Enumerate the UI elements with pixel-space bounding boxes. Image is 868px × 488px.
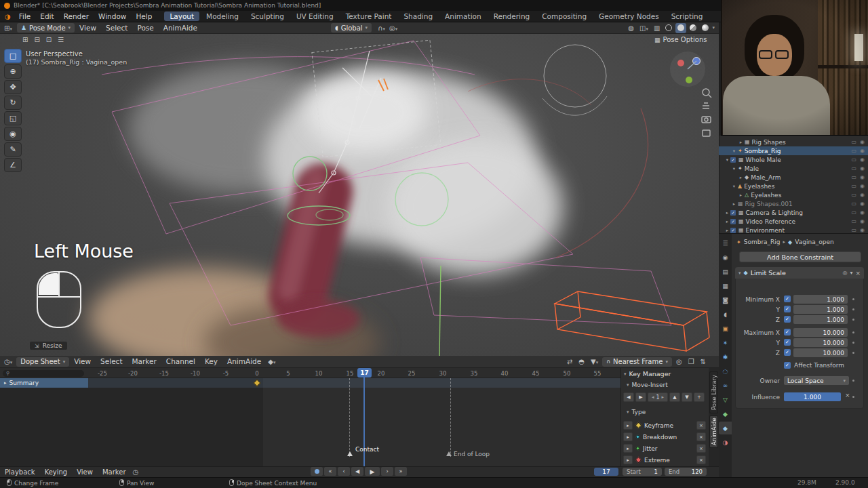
maximum-z-checkbox[interactable]: ✓ xyxy=(784,349,791,356)
collapse-icon[interactable]: ▾ xyxy=(738,270,741,276)
workspace-tab-scripting[interactable]: Scripting xyxy=(666,12,709,21)
select-extreme-button[interactable]: ▸ xyxy=(623,455,633,464)
cursor-tool[interactable]: ⊕ xyxy=(4,64,22,79)
disclosure-icon[interactable]: ▸ xyxy=(738,140,744,145)
tab-bone[interactable]: ◆ xyxy=(719,407,732,420)
proportional-edit-icon[interactable]: ◎▾ xyxy=(387,24,399,32)
disclosure-icon[interactable]: ▾ xyxy=(731,184,737,189)
end-frame-field[interactable]: End 120 xyxy=(665,468,707,476)
workspace-tab-animation[interactable]: Animation xyxy=(439,12,487,21)
marker-contact-label[interactable]: Contact xyxy=(355,446,379,453)
menu-file[interactable]: File xyxy=(14,11,36,22)
hide-viewport-icon[interactable]: ▭ xyxy=(851,209,856,216)
outliner-item-rig-shapes[interactable]: ▸ ▦ Rig Shapes ▭◉ xyxy=(719,138,868,146)
animate-dot[interactable] xyxy=(852,331,854,333)
workspace-tab-modeling[interactable]: Modeling xyxy=(201,12,244,21)
tool-option-icon-2[interactable]: ⊟ xyxy=(32,36,41,43)
add-bone-constraint-button[interactable]: Add Bone Constraint xyxy=(739,251,861,262)
menu-view[interactable]: View xyxy=(75,22,101,34)
tool-option-icon-1[interactable]: ⊞ xyxy=(20,36,30,43)
menu-playback[interactable]: Playback xyxy=(0,466,40,478)
influence-clear-icon[interactable]: × xyxy=(845,392,850,399)
disclosure-icon[interactable]: ▸ xyxy=(731,201,737,207)
hide-render-icon[interactable]: ◉ xyxy=(860,209,865,216)
pose-options-popover[interactable]: ▦ Pose Options xyxy=(654,36,707,43)
shading-solid-button[interactable] xyxy=(675,23,686,33)
xray-toggle-icon[interactable]: ▥ xyxy=(652,24,662,32)
animate-dot[interactable] xyxy=(852,308,854,310)
animate-dot[interactable] xyxy=(852,396,854,398)
move-tool[interactable]: ✥ xyxy=(4,80,22,94)
disclosure-icon[interactable]: ▸ xyxy=(738,192,744,198)
insert-key-button[interactable]: + xyxy=(694,392,705,402)
outliner-item-eyelashes-data[interactable]: ▸ △ Eyelashes ▭◉ xyxy=(719,190,868,199)
outliner-item-sombra-rig[interactable]: ▾ ✦ Sombra_Rig ▭◉ xyxy=(719,146,868,155)
menu-animaide[interactable]: AnimAide xyxy=(159,22,202,34)
maximum-z-field[interactable]: 10.000 xyxy=(793,348,848,357)
sidebar-tab-pose-library[interactable]: Pose Library xyxy=(709,371,718,413)
start-frame-field[interactable]: Start 1 xyxy=(623,468,662,476)
current-frame-field[interactable]: 17 xyxy=(594,468,618,476)
constraint-close-icon[interactable]: × xyxy=(855,270,861,277)
play-reverse-button[interactable]: ◀ xyxy=(351,467,363,476)
outliner-item-camera-lighting[interactable]: ▸ ✓ ▦ Camera & Lighting ▭◉ xyxy=(719,208,868,217)
workspace-tab-compositing[interactable]: Compositing xyxy=(536,12,592,21)
minimum-x-checkbox[interactable]: ✓ xyxy=(784,296,791,302)
delete-extreme-button[interactable]: × xyxy=(696,455,706,464)
menu-marker[interactable]: Marker xyxy=(98,466,131,478)
hide-viewport-icon[interactable]: ▭ xyxy=(851,157,856,163)
tab-modifiers[interactable]: ✶ xyxy=(719,336,732,349)
shading-dropdown-icon[interactable]: ▾ xyxy=(712,25,715,30)
tool-settings-icons[interactable]: ⊞ ⊟ ⊡ ☰ xyxy=(20,36,66,43)
shading-material-button[interactable] xyxy=(688,23,698,33)
tab-render[interactable]: ◉ xyxy=(719,251,732,264)
outliner-item-whole-male[interactable]: ▾ ✓ ▦ Whole Male ▭◉ xyxy=(719,155,868,164)
hide-viewport-icon[interactable]: ▭ xyxy=(851,227,856,233)
animate-dot[interactable] xyxy=(852,319,854,321)
tab-world[interactable]: ◖ xyxy=(719,308,732,321)
stopwatch-icon[interactable]: ◷ xyxy=(131,468,141,476)
menu-keying[interactable]: Keying xyxy=(40,466,73,478)
playhead-line[interactable] xyxy=(363,377,365,466)
timeline-ruler[interactable] xyxy=(0,368,620,378)
hide-render-icon[interactable]: ◉ xyxy=(860,227,865,233)
marker-end-of-loop-label[interactable]: End of Loop xyxy=(454,451,490,458)
shading-wireframe-button[interactable] xyxy=(663,23,674,33)
editor-type-icon[interactable]: ◷▾ xyxy=(0,358,14,365)
workspace-tab-layout[interactable]: Layout xyxy=(164,12,199,21)
tool-option-icon-4[interactable]: ☰ xyxy=(56,36,66,43)
copy-icon[interactable]: ❐ xyxy=(686,358,696,365)
move-down-button[interactable]: ▼ xyxy=(682,392,692,402)
move-up-button[interactable]: ▲ xyxy=(669,392,680,402)
paste-icon[interactable]: ⇅ xyxy=(698,358,708,365)
hide-render-icon[interactable]: ◉ xyxy=(860,192,865,198)
menu-pose[interactable]: Pose xyxy=(132,22,158,34)
hide-render-icon[interactable]: ◉ xyxy=(860,183,865,189)
tab-scene[interactable]: ◙ xyxy=(719,293,732,306)
channel-search-box[interactable]: ⚲ xyxy=(3,370,84,377)
tab-view-layer[interactable]: ▦ xyxy=(719,279,732,292)
select-box-tool[interactable]: □ xyxy=(4,49,22,63)
transform-tool[interactable]: ◉ xyxy=(4,127,22,141)
workspace-tab-geometry-nodes[interactable]: Geometry Nodes xyxy=(593,12,665,21)
owner-dropdown[interactable]: Local Space ▾ xyxy=(784,376,849,385)
move-left-button[interactable]: ◀ xyxy=(623,392,634,402)
workspace-tab-shading[interactable]: Shading xyxy=(398,12,438,21)
disclosure-icon[interactable]: ▾ xyxy=(731,148,737,154)
hide-render-icon[interactable]: ◉ xyxy=(860,218,865,224)
key-manager-header[interactable]: ▾ Key Manager xyxy=(624,370,671,378)
menu-edit[interactable]: Edit xyxy=(35,11,58,22)
delete-keyframes-button[interactable]: × xyxy=(696,421,706,430)
minimum-z-checkbox[interactable]: ✓ xyxy=(784,316,791,323)
jump-to-start-button[interactable]: « xyxy=(324,467,336,476)
menu-marker[interactable]: Marker xyxy=(127,356,161,367)
snap-mode-dropdown[interactable]: ∩ Nearest Frame▾ xyxy=(602,357,672,367)
scale-tool[interactable]: ◱ xyxy=(4,111,22,125)
delete-breakdown-button[interactable]: × xyxy=(696,432,706,441)
constraint-header[interactable]: ▾ ◆ Limit Scale ◎ ▾ × xyxy=(735,267,864,279)
tool-option-icon-3[interactable]: ⊡ xyxy=(44,36,54,43)
mode-selector[interactable]: ♟ Pose Mode▾ xyxy=(17,23,75,33)
filter-scope-icon[interactable]: ◆▾ xyxy=(266,358,277,365)
tab-physics[interactable]: ◌ xyxy=(719,365,732,378)
frames-field[interactable]: ◂1▸ xyxy=(648,392,668,402)
